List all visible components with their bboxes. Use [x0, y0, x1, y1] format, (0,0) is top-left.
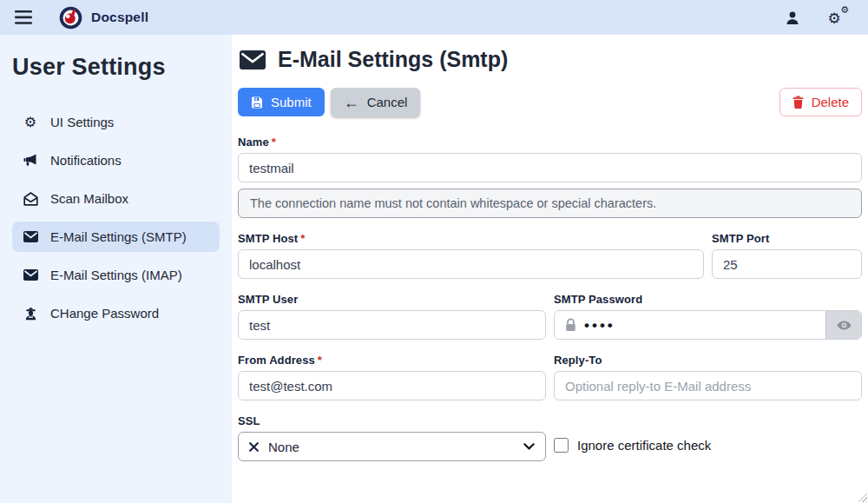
toggle-password-visibility-button[interactable] [825, 311, 861, 339]
main-content: E-Mail Settings (Smtp) Submit ← Cancel D… [232, 35, 868, 503]
sidebar-item-change-password[interactable]: CHange Password [12, 298, 220, 328]
smtp-password-label: SMTP Password [554, 293, 862, 306]
save-icon [251, 96, 263, 109]
submit-button[interactable]: Submit [238, 88, 325, 116]
chevron-down-icon [523, 443, 535, 450]
smtp-port-label: SMTP Port [712, 232, 862, 245]
sidebar-item-email-settings-smtp[interactable]: E-Mail Settings (SMTP) [12, 222, 220, 252]
delete-button[interactable]: Delete [779, 88, 862, 116]
from-address-input[interactable] [238, 371, 546, 400]
envelope-icon [23, 269, 38, 281]
brand-title: Docspell [91, 10, 148, 25]
ignore-certificate-checkbox[interactable] [554, 438, 569, 453]
sidebar-item-label: Scan Mailbox [50, 191, 128, 206]
required-asterisk: * [300, 232, 305, 245]
reply-to-label: Reply-To [554, 354, 862, 367]
smtp-user-label: SMTP User [238, 293, 546, 306]
cancel-button[interactable]: ← Cancel [331, 88, 421, 116]
smtp-host-label: SMTP Host* [238, 232, 704, 245]
sidebar-item-label: E-Mail Settings (SMTP) [50, 229, 187, 244]
eye-icon [837, 321, 852, 330]
sidebar-item-label: UI Settings [50, 115, 114, 129]
sidebar-item-email-settings-imap[interactable]: E-Mail Settings (IMAP) [12, 260, 220, 290]
smtp-password-input[interactable]: •••• [554, 310, 862, 340]
sidebar-heading: User Settings [12, 54, 220, 81]
page-title: E-Mail Settings (Smtp) [240, 47, 862, 72]
admin-gears-icon[interactable]: ⚙⚙ [825, 9, 844, 26]
password-value: •••• [584, 318, 825, 333]
name-label: Name* [238, 136, 862, 149]
sidebar: User Settings ⚙ UI Settings Notification… [0, 35, 232, 503]
ssl-label: SSL [238, 414, 546, 427]
reply-to-input[interactable] [554, 371, 862, 400]
topbar: Docspell ⚙⚙ [0, 0, 868, 35]
ssl-select[interactable]: None [238, 432, 546, 461]
smtp-settings-form: Name* The connection name must not conta… [238, 136, 862, 461]
docspell-logo-icon [59, 6, 82, 30]
sidebar-item-ui-settings[interactable]: ⚙ UI Settings [12, 107, 220, 137]
arrow-left-icon: ← [344, 95, 359, 110]
name-input[interactable] [238, 153, 862, 182]
sidebar-item-scan-mailbox[interactable]: Scan Mailbox [12, 183, 220, 214]
x-icon [249, 442, 259, 452]
sidebar-item-label: Notifications [50, 153, 122, 168]
bullhorn-icon [23, 154, 38, 167]
user-icon[interactable] [783, 9, 802, 26]
envelope-icon [23, 231, 38, 242]
required-asterisk: * [272, 136, 276, 149]
topbar-actions: ⚙⚙ [783, 9, 856, 26]
sidebar-item-label: E-Mail Settings (IMAP) [50, 268, 182, 282]
envelope-icon [240, 50, 266, 69]
menu-hamburger-icon[interactable] [12, 6, 35, 29]
lock-icon [555, 318, 584, 332]
required-asterisk: * [318, 354, 322, 367]
name-hint: The connection name must not contain whi… [238, 189, 862, 218]
envelope-open-icon [23, 192, 38, 206]
smtp-port-input[interactable] [712, 249, 862, 279]
from-address-label: From Address* [238, 354, 546, 367]
trash-icon [792, 96, 804, 109]
smtp-host-input[interactable] [238, 249, 704, 279]
gear-icon: ⚙ [23, 116, 38, 129]
sidebar-item-notifications[interactable]: Notifications [12, 145, 220, 175]
user-secret-icon [23, 307, 38, 321]
ssl-selected-value: None [268, 440, 299, 454]
sidebar-item-label: CHange Password [50, 306, 159, 321]
action-bar: Submit ← Cancel Delete [238, 88, 862, 116]
ignore-certificate-label[interactable]: Ignore certificate check [577, 438, 711, 453]
smtp-user-input[interactable] [238, 310, 546, 340]
